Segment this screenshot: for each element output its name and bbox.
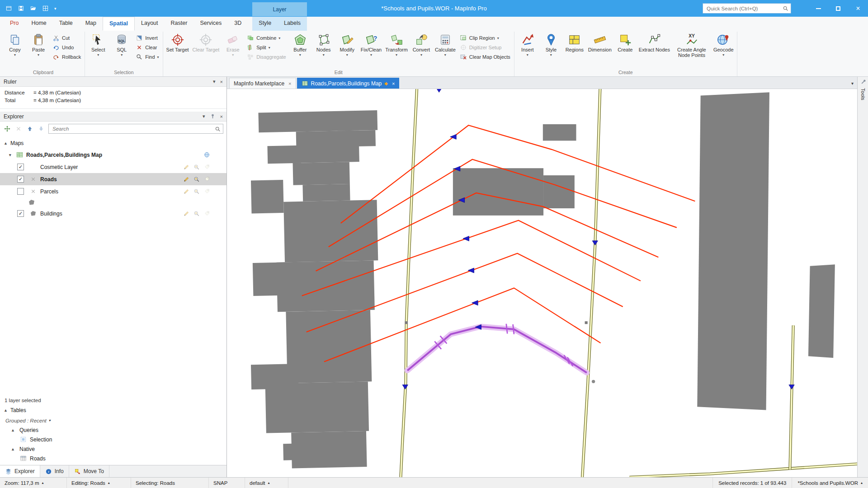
expand-caret-icon[interactable]: ▾ (9, 153, 16, 157)
table-group-native[interactable]: ▲Native (0, 444, 226, 454)
tools-strip[interactable]: Tools (857, 77, 868, 477)
status-selected-records-1-of-93-443[interactable]: Selected records: 1 of 93.443 (712, 478, 792, 488)
layer-zoom-button[interactable] (193, 164, 200, 170)
close-panel-icon[interactable]: × (220, 114, 223, 119)
layer-style-swatch[interactable] (28, 176, 38, 182)
panel-tab-explorer[interactable]: Explorer (0, 465, 40, 477)
ribbon-tab-home[interactable]: Home (25, 17, 52, 31)
layer-labels-button[interactable] (204, 188, 210, 195)
layer-visibility-checkbox[interactable] (17, 188, 24, 195)
layer-style-swatch[interactable] (28, 188, 38, 194)
ribbon-tab-table[interactable]: Table (53, 17, 79, 31)
search-icon[interactable] (783, 5, 788, 11)
quick-search-box[interactable] (703, 3, 791, 14)
layer-editable-button[interactable] (183, 176, 189, 183)
invert-button[interactable]: Invert (134, 34, 160, 42)
table-item-roads[interactable]: Roads (0, 454, 226, 463)
erase-button[interactable]: Erase▾ (222, 32, 244, 69)
close-panel-icon[interactable]: × (220, 79, 223, 84)
map-svg[interactable] (227, 89, 857, 477)
move-panel-button[interactable] (3, 125, 11, 133)
move-down-button[interactable] (37, 125, 45, 133)
clear-button[interactable]: Clear (134, 44, 160, 51)
table-item-selection[interactable]: Selection (0, 435, 226, 444)
collapse-caret-icon[interactable]: ▲ (4, 141, 10, 145)
close-button[interactable]: × (848, 0, 868, 17)
layer-editable-button[interactable] (183, 164, 189, 170)
layer-row-roads[interactable]: ✓Roads (0, 173, 226, 185)
sql-button[interactable]: SQLSQL▾ (110, 32, 133, 69)
ribbon-tab-labels[interactable]: Labels (278, 17, 307, 31)
pin-icon[interactable] (210, 113, 216, 119)
panel-tab-info[interactable]: iInfo (40, 465, 69, 477)
window-menu-icon[interactable]: ▾ (213, 79, 216, 84)
collapse-caret-icon[interactable]: ▲ (11, 447, 18, 451)
transform-button[interactable]: Transform▾ (384, 32, 409, 69)
buffer-button[interactable]: Buffer▾ (289, 32, 311, 69)
digitizer-setup-button[interactable]: Digitizer Setup (458, 44, 512, 51)
remove-button[interactable] (14, 125, 23, 133)
status-selecting-roads[interactable]: Selecting: Roads (131, 478, 209, 488)
map-canvas[interactable] (227, 89, 857, 477)
ribbon-tab-services[interactable]: Services (193, 17, 228, 31)
status-editing-roads[interactable]: Editing: Roads▴ (67, 478, 131, 488)
layer-row-parcels[interactable]: Parcels (0, 185, 226, 197)
convert-button[interactable]: Convert▾ (410, 32, 433, 69)
ribbon-tab-style[interactable]: Style (252, 17, 278, 31)
save-workspace-button[interactable] (18, 5, 24, 12)
maximize-button[interactable] (828, 0, 848, 17)
regions-button[interactable]: Regions (563, 32, 586, 69)
layer-style-row[interactable] (0, 197, 226, 207)
close-tab-icon[interactable]: × (288, 81, 291, 86)
layer-zoom-button[interactable] (193, 211, 200, 217)
layer-editable-button[interactable] (183, 188, 189, 195)
move-up-button[interactable] (26, 125, 34, 133)
status-snap[interactable]: SNAP (209, 478, 245, 488)
qat-dropdown-icon[interactable]: ▾ (54, 6, 57, 11)
dimension-button[interactable]: Dimension (587, 32, 613, 69)
popup-caret-icon[interactable]: ▴ (861, 481, 863, 485)
style-button[interactable]: Style▾ (540, 32, 562, 69)
explorer-search-box[interactable] (48, 124, 223, 134)
quick-search-input[interactable] (707, 6, 783, 11)
rollback-button[interactable]: Rollback (51, 53, 83, 61)
layer-zoom-button[interactable] (193, 176, 200, 183)
copy-button[interactable]: Copy▾ (4, 32, 26, 69)
ribbon-tab-3d[interactable]: 3D (228, 17, 248, 31)
collapse-caret-icon[interactable]: ▲ (4, 408, 10, 413)
clear-map-objects-button[interactable]: Clear Map Objects (458, 53, 512, 61)
paste-button[interactable]: Paste▾ (27, 32, 50, 69)
popup-caret-icon[interactable]: ▴ (268, 481, 270, 485)
tools-tab-label[interactable]: Tools (860, 88, 866, 100)
grouped-by-control[interactable]: Grouped : Recent▾ (0, 416, 226, 425)
calculate-button[interactable]: Calculate▾ (434, 32, 457, 69)
geocode-button[interactable]: Geocode▾ (712, 32, 735, 69)
layer-visibility-checkbox[interactable]: ✓ (17, 210, 24, 217)
status-zoom-117-3-m[interactable]: Zoom: 117,3 m▴ (0, 478, 67, 488)
fix-clean-button[interactable]: ?Fix/Clean▾ (359, 32, 383, 69)
collapse-caret-icon[interactable]: ▲ (11, 428, 18, 432)
layer-row-cosmetic-layer[interactable]: ✓Cosmetic Layer (0, 161, 226, 173)
status-default[interactable]: default▴ (245, 478, 288, 488)
layer-labels-button[interactable] (204, 164, 210, 170)
select-button[interactable]: Select▾ (87, 32, 109, 69)
explorer-search-input[interactable] (52, 126, 215, 131)
nodes-button[interactable]: Nodes▾ (312, 32, 335, 69)
popup-caret-icon[interactable]: ▴ (108, 481, 110, 485)
cut-button[interactable]: Cut (51, 34, 83, 42)
close-tab-icon[interactable]: × (392, 81, 395, 86)
create-angle-node-points-button[interactable]: XYCreate Angle Node Points (672, 32, 711, 69)
layer-zoom-button[interactable] (193, 188, 200, 195)
selected-road-segment[interactable] (407, 324, 587, 373)
layer-row-buildings[interactable]: ✓Buildings (0, 207, 226, 220)
ribbon-tab-pro[interactable]: Pro (4, 17, 25, 31)
create-button[interactable]: Create (614, 32, 637, 69)
disaggregate-button[interactable]: Disaggregate (245, 53, 288, 61)
panel-tab-move-to[interactable]: Move To (69, 465, 109, 477)
popup-caret-icon[interactable]: ▴ (42, 481, 44, 485)
tables-section-header[interactable]: ▲Tables (0, 405, 226, 416)
table-group-queries[interactable]: ▲Queries (0, 425, 226, 435)
layer-labels-button[interactable] (204, 211, 210, 217)
combine-button[interactable]: Combine▾ (245, 34, 288, 42)
extract-nodes-button[interactable]: Extract Nodes (637, 32, 671, 69)
